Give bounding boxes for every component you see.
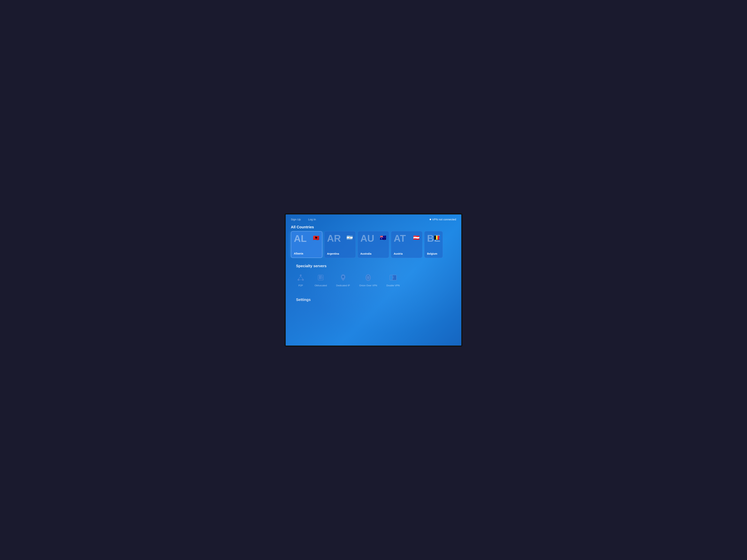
belgium-name: Belgium <box>427 252 437 255</box>
all-countries-title: All Countries <box>286 223 461 231</box>
dedicated-ip-label: Dedicated IP <box>336 284 350 287</box>
svg-rect-7 <box>319 276 321 279</box>
vpn-status-text: VPN not connected <box>432 218 456 221</box>
svg-point-14 <box>367 276 369 279</box>
obfuscated-label: Obfuscated <box>315 284 327 287</box>
country-card-argentina[interactable]: AR 🇦🇷 Argentina <box>324 231 356 258</box>
onion-over-vpn-label: Onion Over VPN <box>359 284 377 287</box>
vpn-dot <box>430 219 431 220</box>
p2p-label: P2P <box>299 284 303 287</box>
double-vpn-label: Double VPN <box>386 284 400 287</box>
argentina-name: Argentina <box>327 252 339 255</box>
signup-button[interactable]: Sign Up <box>291 218 301 221</box>
countries-row: AL 🇦🇱 Albania AR 🇦🇷 Argentina AU 🇦🇺 Aust… <box>286 231 461 258</box>
double-vpn-icon: 2 <box>388 273 398 282</box>
specialty-double-vpn[interactable]: 2 Double VPN <box>386 273 400 287</box>
svg-rect-9 <box>319 275 320 276</box>
country-card-australia[interactable]: AU 🇦🇺 Australia <box>358 231 389 258</box>
albania-code: AL <box>294 234 307 243</box>
australia-name: Australia <box>360 252 371 255</box>
argentina-code: AR <box>327 234 341 243</box>
australia-code: AU <box>360 234 374 243</box>
onion-over-vpn-icon <box>363 273 373 282</box>
svg-line-3 <box>299 276 301 279</box>
svg-line-4 <box>301 276 303 279</box>
screen: Sign Up Log In VPN not connected All Cou… <box>286 214 461 346</box>
header: Sign Up Log In VPN not connected <box>286 214 461 223</box>
vpn-status: VPN not connected <box>430 218 456 221</box>
albania-flag: 🇦🇱 <box>313 235 319 241</box>
belgium-flag: 🇧🇪 <box>434 235 440 241</box>
specialty-obfuscated[interactable]: Obfuscated <box>315 273 327 287</box>
austria-name: Austria <box>394 252 403 255</box>
svg-text:2: 2 <box>392 276 394 279</box>
specialty-servers-section: Specialty servers P2P <box>286 258 461 292</box>
p2p-icon <box>296 273 305 282</box>
specialty-dedicated-ip[interactable]: Dedicated IP <box>336 273 350 287</box>
all-countries-section: All Countries AL 🇦🇱 Albania AR 🇦🇷 Argent… <box>286 223 461 258</box>
specialty-onion-over-vpn[interactable]: Onion Over VPN <box>359 273 377 287</box>
dedicated-ip-icon <box>338 273 348 282</box>
svg-rect-8 <box>321 276 323 279</box>
svg-point-0 <box>300 274 302 276</box>
svg-point-11 <box>342 276 344 278</box>
country-card-belgium[interactable]: BE 🇧🇪 Belgium <box>424 231 443 258</box>
albania-name: Albania <box>294 252 303 255</box>
settings-title: Settings <box>291 295 456 304</box>
specialty-p2p[interactable]: P2P <box>296 273 305 287</box>
specialty-items: P2P Obfuscated <box>291 270 456 290</box>
tv-frame: Sign Up Log In VPN not connected All Cou… <box>285 213 462 347</box>
country-card-albania[interactable]: AL 🇦🇱 Albania <box>291 231 323 258</box>
australia-flag: 🇦🇺 <box>380 235 386 241</box>
login-button[interactable]: Log In <box>308 218 316 221</box>
svg-rect-10 <box>321 275 321 276</box>
header-nav: Sign Up Log In <box>291 218 316 221</box>
obfuscated-icon <box>316 273 325 282</box>
austria-code: AT <box>394 234 406 243</box>
country-card-austria[interactable]: AT 🇦🇹 Austria <box>391 231 422 258</box>
specialty-servers-title: Specialty servers <box>291 262 456 270</box>
austria-flag: 🇦🇹 <box>413 235 420 241</box>
settings-section: Settings <box>286 292 461 305</box>
argentina-flag: 🇦🇷 <box>346 235 353 241</box>
